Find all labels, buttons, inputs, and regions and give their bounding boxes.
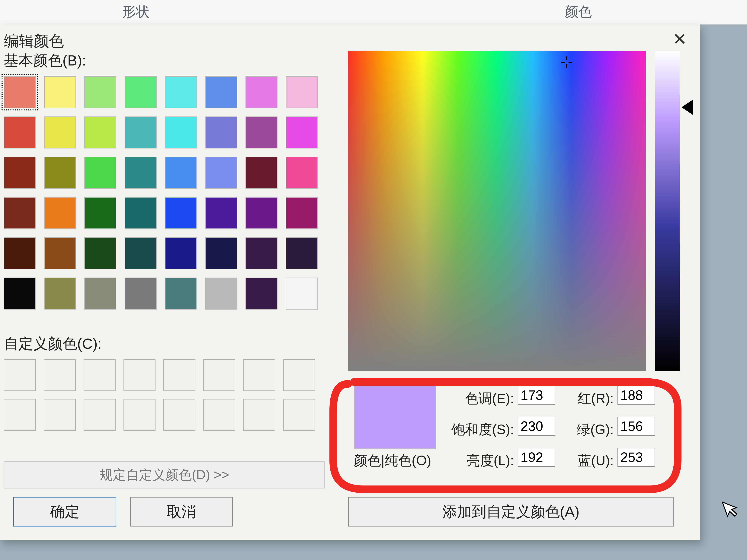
custom-swatch[interactable]	[203, 399, 235, 431]
custom-swatch[interactable]	[4, 359, 36, 391]
lum-input[interactable]	[518, 448, 556, 466]
luminance-bar[interactable]	[655, 51, 679, 371]
custom-swatch[interactable]	[44, 399, 76, 431]
define-custom-button[interactable]: 规定自定义颜色(D) >>	[4, 461, 325, 488]
basic-swatch[interactable]	[286, 277, 318, 310]
titlebar: 编辑颜色 ✕	[0, 24, 700, 49]
basic-swatch[interactable]	[4, 116, 36, 149]
basic-swatch[interactable]	[84, 197, 117, 229]
basic-swatch[interactable]	[84, 157, 117, 189]
lum-label: 亮度(L):	[456, 452, 514, 470]
basic-swatch[interactable]	[205, 157, 237, 189]
add-custom-button[interactable]: 添加到自定义颜色(A)	[348, 497, 674, 527]
custom-swatch[interactable]	[44, 359, 76, 391]
custom-swatch[interactable]	[283, 359, 315, 391]
custom-swatch[interactable]	[84, 399, 115, 431]
basic-swatch[interactable]	[44, 197, 76, 229]
basic-swatch[interactable]	[205, 76, 237, 108]
basic-swatch[interactable]	[125, 157, 157, 189]
basic-swatch[interactable]	[4, 277, 36, 310]
dialog-title: 编辑颜色	[4, 31, 64, 51]
basic-swatch[interactable]	[246, 197, 278, 229]
basic-swatch[interactable]	[205, 277, 237, 310]
basic-swatch[interactable]	[246, 277, 278, 310]
custom-swatch[interactable]	[163, 359, 196, 391]
basic-swatch[interactable]	[84, 277, 117, 310]
basic-swatch[interactable]	[84, 116, 117, 149]
basic-swatch[interactable]	[165, 116, 197, 149]
basic-colors-grid	[4, 76, 324, 313]
custom-swatch[interactable]	[84, 359, 115, 391]
basic-swatch[interactable]	[165, 277, 197, 310]
custom-colors-label: 自定义颜色(C):	[4, 334, 324, 354]
basic-swatch[interactable]	[125, 116, 157, 149]
basic-swatch[interactable]	[286, 76, 318, 108]
basic-swatch[interactable]	[165, 197, 197, 229]
custom-swatch[interactable]	[4, 399, 36, 431]
basic-swatch[interactable]	[125, 237, 157, 269]
custom-swatch[interactable]	[283, 399, 315, 431]
custom-swatch[interactable]	[203, 359, 235, 391]
blue-label: 蓝(U):	[569, 452, 614, 470]
basic-swatch[interactable]	[84, 237, 117, 269]
basic-swatch[interactable]	[4, 237, 36, 269]
cursor-icon	[721, 496, 743, 524]
basic-colors-label: 基本颜色(B):	[4, 51, 324, 71]
blue-input[interactable]	[617, 448, 655, 466]
basic-swatch[interactable]	[125, 277, 157, 310]
red-input[interactable]	[617, 386, 655, 405]
custom-colors-grid	[4, 359, 324, 435]
close-icon[interactable]: ✕	[670, 29, 689, 49]
basic-swatch[interactable]	[84, 76, 117, 108]
custom-swatch[interactable]	[124, 359, 155, 391]
luminance-arrow-icon[interactable]	[681, 100, 693, 115]
basic-swatch[interactable]	[125, 76, 157, 108]
color-preview	[354, 386, 436, 449]
red-label: 红(R):	[569, 390, 614, 407]
green-label: 绿(G):	[569, 421, 614, 438]
basic-swatch[interactable]	[125, 197, 157, 229]
basic-swatch[interactable]	[44, 237, 76, 269]
custom-swatch[interactable]	[124, 399, 155, 431]
basic-swatch[interactable]	[44, 277, 76, 310]
basic-swatch[interactable]	[286, 237, 318, 269]
custom-swatch[interactable]	[243, 359, 275, 391]
green-input[interactable]	[617, 417, 655, 436]
basic-swatch[interactable]	[286, 197, 318, 229]
basic-swatch[interactable]	[205, 197, 237, 229]
basic-swatch[interactable]	[246, 237, 278, 269]
basic-swatch[interactable]	[246, 116, 278, 149]
tab-colors: 颜色	[565, 3, 592, 21]
basic-swatch[interactable]	[4, 197, 36, 229]
custom-swatch[interactable]	[243, 399, 275, 431]
basic-swatch[interactable]	[165, 76, 197, 108]
basic-swatch[interactable]	[165, 237, 197, 269]
sat-label: 饱和度(S):	[440, 421, 514, 438]
basic-swatch[interactable]	[165, 157, 197, 189]
basic-swatch[interactable]	[246, 76, 278, 108]
basic-swatch[interactable]	[4, 76, 36, 108]
basic-swatch[interactable]	[44, 76, 76, 108]
basic-swatch[interactable]	[205, 116, 237, 149]
edit-color-dialog: 编辑颜色 ✕ 基本颜色(B): 自定义颜色(C): 规定自定义颜色(D) >> …	[0, 24, 700, 540]
basic-swatch[interactable]	[44, 116, 76, 149]
preview-label[interactable]: 颜色|纯色(O)	[354, 452, 431, 470]
basic-swatch[interactable]	[44, 157, 76, 189]
cancel-button[interactable]: 取消	[130, 497, 233, 527]
sat-input[interactable]	[518, 417, 556, 436]
hue-input[interactable]	[518, 386, 556, 405]
basic-swatch[interactable]	[4, 157, 36, 189]
basic-swatch[interactable]	[286, 116, 318, 149]
color-spectrum[interactable]	[348, 51, 646, 371]
hue-label: 色调(E):	[456, 390, 514, 407]
custom-swatch[interactable]	[163, 399, 196, 431]
basic-swatch[interactable]	[286, 157, 318, 189]
basic-swatch[interactable]	[246, 157, 278, 189]
ok-button[interactable]: 确定	[13, 497, 117, 527]
color-values-panel: 颜色|纯色(O) 色调(E): 饱和度(S): 亮度(L): 红(R): 绿(G…	[348, 384, 668, 482]
basic-swatch[interactable]	[205, 237, 237, 269]
tab-shapes: 形状	[122, 3, 150, 21]
